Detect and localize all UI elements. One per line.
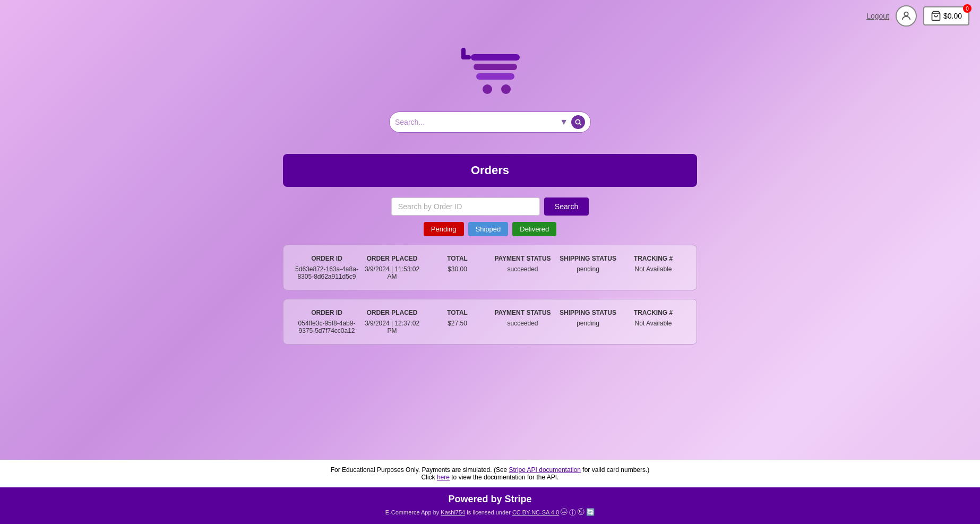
order-placed-label-2: ORDER PLACED [366, 309, 417, 316]
orders-header: Orders [283, 154, 697, 187]
footer-notice-text: For Educational Purposes Only. Payments … [331, 466, 509, 474]
main-content: Orders Search Pending Shipped Delivered … [283, 154, 697, 460]
order-col-id-2: ORDER ID 054ffe3c-95f8-4ab9-9375-5d7f74c… [294, 309, 359, 334]
footer-license-text: is licensed under [465, 509, 512, 516]
search-icon [574, 118, 582, 126]
order-shipping-label-1: SHIPPING STATUS [560, 255, 616, 262]
filter-shipped-button[interactable]: Shipped [468, 222, 509, 236]
filter-buttons: Pending Shipped Delivered [424, 222, 556, 236]
cart-icon [931, 11, 941, 21]
order-total-value-2: $27.50 [448, 320, 467, 327]
order-col-total-2: TOTAL $27.50 [425, 309, 490, 327]
footer-license-icons: 🅭 ⓘ 🅮 🔄 [561, 508, 595, 518]
order-id-label-1: ORDER ID [311, 255, 342, 262]
filter-delivered-button[interactable]: Delivered [512, 222, 556, 236]
order-placed-label-1: ORDER PLACED [366, 255, 417, 262]
order-col-tracking-2: TRACKING # Not Available [621, 309, 686, 327]
order-search-row: Search [391, 197, 589, 216]
footer-stripe-link[interactable]: Stripe API documentation [509, 466, 581, 474]
footer-notice: For Educational Purposes Only. Payments … [0, 460, 980, 487]
order-id-value-2: 054ffe3c-95f8-4ab9-9375-5d7f74cc0a12 [294, 320, 359, 334]
svg-point-7 [501, 84, 511, 94]
cart-price: $0.00 [943, 12, 962, 20]
order-total-label-1: TOTAL [447, 255, 468, 262]
svg-point-6 [483, 84, 492, 94]
footer-notice-line1: For Educational Purposes Only. Payments … [6, 466, 974, 474]
order-id-label-2: ORDER ID [311, 309, 342, 316]
svg-point-8 [575, 119, 580, 124]
footer-notice-end: for valid card numbers.) [581, 466, 649, 474]
order-row-2: ORDER ID 054ffe3c-95f8-4ab9-9375-5d7f74c… [294, 309, 686, 334]
order-col-placed-1: ORDER PLACED 3/9/2024 | 11:53:02 AM [359, 255, 425, 280]
main-search-container: ▼ [389, 111, 591, 133]
order-col-total-1: TOTAL $30.00 [425, 255, 490, 273]
order-col-shipping-2: SHIPPING STATUS pending [555, 309, 621, 327]
order-search-area: Search Pending Shipped Delivered [391, 197, 589, 236]
order-shipping-value-2: pending [577, 320, 599, 327]
order-col-id-1: ORDER ID 5d63e872-163a-4a8a-8305-8d62a91… [294, 255, 359, 280]
footer: For Educational Purposes Only. Payments … [0, 460, 980, 524]
order-tracking-label-2: TRACKING # [634, 309, 673, 316]
by-icon: ⓘ [569, 508, 576, 518]
order-tracking-value-1: Not Available [635, 265, 672, 273]
order-col-payment-1: PAYMENT STATUS succeeded [490, 255, 555, 273]
order-shipping-label-2: SHIPPING STATUS [560, 309, 616, 316]
order-col-payment-2: PAYMENT STATUS succeeded [490, 309, 555, 327]
order-payment-value-2: succeeded [507, 320, 538, 327]
main-search-input[interactable] [395, 118, 560, 126]
footer-api-end: to view the documentation for the API. [450, 474, 558, 481]
order-placed-value-1: 3/9/2024 | 11:53:02 AM [359, 265, 425, 280]
order-card-1: ORDER ID 5d63e872-163a-4a8a-8305-8d62a91… [283, 245, 697, 290]
order-placed-value-2: 3/9/2024 | 12:37:02 PM [359, 320, 425, 334]
cc-icon: 🅭 [561, 508, 568, 518]
footer-powered-by: Powered by Stripe [6, 494, 974, 505]
header: Logout $0.00 0 [0, 0, 980, 32]
logo-area [448, 42, 532, 101]
footer-license-prefix: E-Commerce App by [385, 509, 441, 516]
nc-icon: 🅮 [578, 508, 584, 518]
footer-bottom: Powered by Stripe E-Commerce App by Kash… [0, 487, 980, 524]
footer-api-text: Click [422, 474, 437, 481]
filter-icon[interactable]: ▼ [560, 117, 568, 127]
order-col-tracking-1: TRACKING # Not Available [621, 255, 686, 273]
order-card-2: ORDER ID 054ffe3c-95f8-4ab9-9375-5d7f74c… [283, 299, 697, 345]
footer-notice-line2: Click here to view the documentation for… [6, 474, 974, 481]
filter-pending-button[interactable]: Pending [424, 222, 464, 236]
order-id-value-1: 5d63e872-163a-4a8a-8305-8d62a911d5c9 [294, 265, 359, 280]
cart-logo [448, 42, 532, 101]
main-search-button[interactable] [571, 115, 585, 129]
order-payment-value-1: succeeded [507, 265, 538, 273]
order-row-1: ORDER ID 5d63e872-163a-4a8a-8305-8d62a91… [294, 255, 686, 280]
order-shipping-value-1: pending [577, 265, 599, 273]
cart-badge: 0 [963, 4, 972, 13]
svg-line-9 [580, 124, 581, 125]
order-payment-label-2: PAYMENT STATUS [494, 309, 551, 316]
footer-license: E-Commerce App by Kashi754 is licensed u… [6, 508, 974, 518]
logout-link[interactable]: Logout [866, 12, 889, 20]
order-search-input[interactable] [391, 197, 540, 216]
order-tracking-value-2: Not Available [635, 320, 672, 327]
footer-here-link[interactable]: here [437, 474, 450, 481]
order-total-label-2: TOTAL [447, 309, 468, 316]
footer-author-link[interactable]: Kashi754 [441, 509, 465, 516]
order-col-placed-2: ORDER PLACED 3/9/2024 | 12:37:02 PM [359, 309, 425, 334]
order-payment-label-1: PAYMENT STATUS [494, 255, 551, 262]
user-icon [900, 10, 912, 22]
sa-icon: 🔄 [586, 508, 595, 518]
footer-license-link[interactable]: CC BY-NC-SA 4.0 [512, 509, 559, 516]
cart-button[interactable]: $0.00 0 [923, 6, 969, 25]
order-col-shipping-1: SHIPPING STATUS pending [555, 255, 621, 273]
orders-title: Orders [471, 164, 509, 177]
user-icon-button[interactable] [896, 5, 917, 27]
order-search-button[interactable]: Search [544, 197, 589, 216]
order-tracking-label-1: TRACKING # [634, 255, 673, 262]
order-total-value-1: $30.00 [448, 265, 467, 273]
svg-point-0 [904, 12, 908, 16]
